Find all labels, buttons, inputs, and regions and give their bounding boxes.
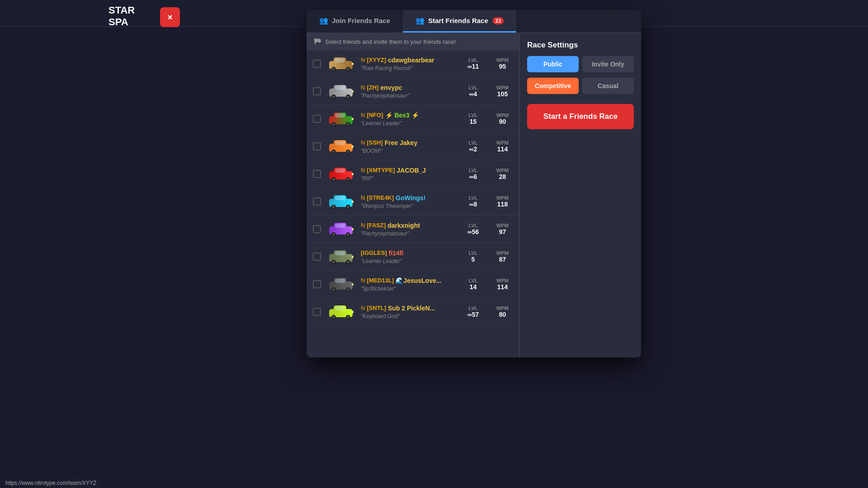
friend-stats: LVL 15 WPM 90 <box>463 113 513 125</box>
list-item[interactable]: N [XMTYPE] JACOB_J "RIP" LVL ∞6 WPM 28 <box>307 160 519 188</box>
svg-point-60 <box>333 261 335 263</box>
wpm-value: 118 <box>492 201 513 208</box>
list-item[interactable]: N [MED13L] 🌊JesusLove... "Sp3llchekcer" … <box>307 271 519 298</box>
friend-stats: LVL ∞57 WPM 80 <box>463 305 513 318</box>
svg-rect-71 <box>352 283 354 286</box>
lvl-value: ∞56 <box>463 228 483 235</box>
join-icon: 👥 <box>319 16 328 25</box>
list-item[interactable]: N [ZH] envypc "Pachycephalosaur" LVL ∞4 … <box>307 78 519 105</box>
svg-point-30 <box>347 151 349 153</box>
stat-lvl: LVL ∞56 <box>463 223 483 235</box>
tab-start-friends-race[interactable]: 👥 Start Friends Race 23 <box>403 10 516 33</box>
friend-motto: "Learner Leader" <box>361 258 458 264</box>
friend-name-row: N [XMTYPE] JACOB_J <box>361 167 458 174</box>
car-image <box>326 137 355 155</box>
list-item[interactable]: N [SNTL] Sub 2 PickleN... "Keyboard God"… <box>307 298 519 326</box>
visibility-settings-group: Public Invite Only <box>527 56 634 72</box>
public-button[interactable]: Public <box>527 56 579 72</box>
friend-checkbox-1[interactable] <box>313 87 321 95</box>
list-item[interactable]: N [XYYZ] cdawgbearbear "Raw Racing Recru… <box>307 50 519 78</box>
friend-checkbox-4[interactable] <box>313 170 321 178</box>
friend-username: Free Jakey <box>385 139 417 146</box>
car-image <box>326 248 355 266</box>
friend-info: N [ZH] envypc "Pachycephalosaur" <box>361 84 458 99</box>
lvl-value: ∞4 <box>463 90 483 98</box>
friend-stats: LVL ∞11 WPM 95 <box>463 57 513 70</box>
friend-checkbox-9[interactable] <box>313 308 321 316</box>
lvl-label: LVL <box>463 278 483 283</box>
friend-name-row: N [NFO] ⚡ Bex3 ⚡ <box>361 112 458 119</box>
friend-stats: LVL ∞56 WPM 97 <box>463 223 513 235</box>
start-tab-label: Start Friends Race <box>428 17 488 24</box>
list-item[interactable]: N [SSH] Free Jakey "BOOM!" LVL ∞2 WPM 11… <box>307 133 519 160</box>
stat-lvl: LVL ∞6 <box>463 168 483 180</box>
tab-join-friends-race[interactable]: 👥 Join Friends Race <box>307 10 403 33</box>
friend-checkbox-5[interactable] <box>313 197 321 206</box>
close-button[interactable]: × <box>160 7 180 27</box>
svg-point-52 <box>333 234 335 236</box>
friend-name-row: N [SSH] Free Jakey <box>361 139 458 146</box>
tab-badge: 23 <box>493 17 504 24</box>
lvl-value: 15 <box>463 118 483 125</box>
invite-banner-text: Select friends and invite them to your f… <box>325 38 456 45</box>
casual-button[interactable]: Casual <box>582 78 634 94</box>
stat-wpm: WPM 114 <box>492 278 513 291</box>
list-item[interactable]: N [NFO] ⚡ Bex3 ⚡ "Learner Leader" LVL 15… <box>307 105 519 133</box>
svg-rect-15 <box>352 90 354 93</box>
friend-checkbox-3[interactable] <box>313 142 321 150</box>
car-image <box>326 220 355 238</box>
friend-team: [FASZ] <box>367 222 386 229</box>
svg-point-20 <box>333 123 335 126</box>
join-tab-label: Join Friends Race <box>332 17 390 24</box>
nitro-icon: N <box>361 139 365 146</box>
friends-list[interactable]: N [XYYZ] cdawgbearbear "Raw Racing Recru… <box>307 50 519 357</box>
friend-name-row: N [SNTL] Sub 2 PickleN... <box>361 305 458 312</box>
wpm-value: 90 <box>492 118 513 125</box>
svg-point-36 <box>333 178 335 181</box>
friend-info: [IGGLES] fi14fi "Learner Leader" <box>361 249 458 264</box>
svg-point-78 <box>347 316 349 319</box>
competitive-button[interactable]: Competitive <box>527 78 579 94</box>
friend-info: N [STRE4K] GoWings! "Wampus Thwamper" <box>361 194 458 209</box>
friend-name-row: N [MED13L] 🌊JesusLove... <box>361 277 458 284</box>
friend-checkbox-6[interactable] <box>313 225 321 233</box>
stat-lvl: LVL ∞11 <box>463 57 483 70</box>
settings-panel: Race Settings Public Invite Only Competi… <box>519 33 641 357</box>
friend-checkbox-0[interactable] <box>313 60 321 68</box>
friend-username: GoWings! <box>396 194 425 202</box>
friend-checkbox-7[interactable] <box>313 253 321 261</box>
svg-point-46 <box>347 206 349 208</box>
wpm-label: WPM <box>492 57 513 63</box>
invite-only-button[interactable]: Invite Only <box>582 56 634 72</box>
list-item[interactable]: [IGGLES] fi14fi "Learner Leader" LVL 5 W… <box>307 243 519 271</box>
list-item[interactable]: N [STRE4K] GoWings! "Wampus Thwamper" LV… <box>307 188 519 216</box>
lvl-label: LVL <box>463 85 483 90</box>
friend-username: cdawgbearbear <box>388 56 434 64</box>
nitro-icon: N <box>361 277 365 284</box>
start-friends-race-button[interactable]: Start a Friends Race <box>527 104 634 129</box>
friend-motto: "Keyboard God" <box>361 313 458 319</box>
stat-lvl: LVL 14 <box>463 278 483 291</box>
svg-rect-47 <box>352 201 354 203</box>
car-svg <box>327 249 354 265</box>
svg-rect-66 <box>335 279 345 283</box>
friend-checkbox-8[interactable] <box>313 280 321 288</box>
friend-username: ⚡ Bex3 ⚡ <box>385 112 419 119</box>
wpm-label: WPM <box>492 195 513 201</box>
lvl-label: LVL <box>463 57 483 63</box>
svg-point-62 <box>347 261 349 263</box>
friend-motto: "Raw Racing Recruit" <box>361 65 458 71</box>
friend-team: [NFO] <box>367 112 383 118</box>
svg-rect-79 <box>352 311 354 313</box>
wpm-label: WPM <box>492 223 513 228</box>
svg-point-14 <box>347 96 349 98</box>
list-item[interactable]: N [FASZ] darkxnight "Pachycephalosaur" L… <box>307 216 519 243</box>
lvl-value: 14 <box>463 283 483 291</box>
svg-point-70 <box>347 289 349 291</box>
friend-username: 🌊JesusLove... <box>396 277 441 284</box>
friend-info: N [FASZ] darkxnight "Pachycephalosaur" <box>361 222 458 237</box>
friend-motto: "Wampus Thwamper" <box>361 203 458 209</box>
friend-checkbox-2[interactable] <box>313 115 321 123</box>
wpm-label: WPM <box>492 168 513 173</box>
car-svg <box>327 304 354 320</box>
